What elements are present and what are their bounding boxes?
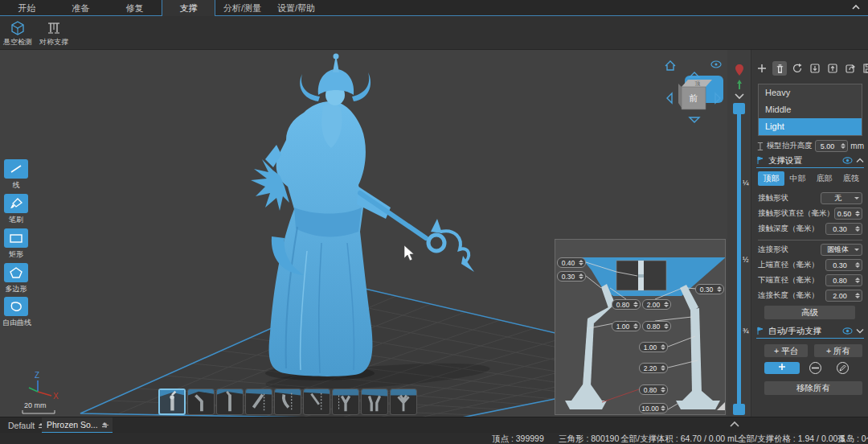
tab-middle[interactable]: 中部 [784,171,811,186]
clip-slider-handle-top[interactable] [733,103,745,114]
add-all-button[interactable]: + 所有 [814,344,862,357]
param-contact-depth: 接触深度（毫米） 0.30 [758,222,862,236]
inset-spinner-0[interactable]: 0.40 [557,257,586,268]
plate-tab-phrozen[interactable]: Phrozen So... [42,417,113,434]
lift-height-icon [756,142,764,151]
tool-brush[interactable]: 笔刷 [2,194,30,225]
lift-height-row: 模型抬升高度 5.00 mm [756,139,864,153]
support-style-6[interactable] [303,388,330,415]
lower-diameter-spinner[interactable]: 0.80 [825,274,862,286]
support-style-thumbnails [158,388,417,415]
connect-shape-dropdown[interactable]: 圆锥体 [821,244,862,256]
tool-freeform[interactable]: 自由曲线 [2,297,30,328]
inset-spinner-8[interactable]: 2.20 [639,363,668,373]
inset-spinner-3[interactable]: 0.80 [612,299,641,310]
freeform-tool-icon[interactable] [4,297,28,316]
clip-chevron-down-icon[interactable] [733,92,746,100]
add-preset-icon[interactable] [755,61,769,76]
param-connect-length: 连接长度（毫米） 2.00 [758,289,862,302]
overhang-detect-button[interactable]: 悬空检测 [0,18,35,49]
clip-slider-handle-bottom[interactable] [733,404,745,415]
menu-tab-prepare[interactable]: 准备 [54,0,108,16]
add-support-mode-button[interactable] [764,362,800,374]
support-style-5[interactable] [274,388,301,415]
tab-bottom[interactable]: 底部 [811,171,837,186]
upper-diameter-spinner[interactable]: 0.30 [825,259,862,271]
inset-spinner-7[interactable]: 1.00 [639,342,668,352]
remove-support-mode-button[interactable] [809,362,821,374]
export-all-presets-icon[interactable] [843,61,858,76]
inset-spinner-10[interactable]: 10.00 [639,403,668,413]
mouse-cursor [404,245,414,261]
panel-expand-chevron-icon[interactable] [728,421,741,429]
ribbon-collapse-chevron-icon[interactable] [850,2,862,13]
remove-all-button[interactable]: 移除所有 [764,381,862,395]
tool-rectangle[interactable]: 矩形 [2,228,30,260]
tab-top[interactable]: 顶部 [758,171,784,186]
tool-line[interactable]: 线 [2,159,30,191]
contact-depth-spinner[interactable]: 0.30 [825,223,862,235]
polygon-tool-icon[interactable] [4,263,28,282]
param-label: 接触深度（毫米） [758,224,825,234]
preset-light[interactable]: Light [759,118,862,135]
symmetric-support-button[interactable]: 对称支撑 [36,18,72,49]
support-settings-icon [756,156,765,165]
add-plate-tab-button[interactable]: + [103,417,109,434]
support-profile-inset[interactable]: 0.40 0.30 0.30 0.80 2.00 1.00 0.80 1.00 … [555,239,726,415]
inset-spinner-4[interactable]: 2.00 [642,299,671,310]
delete-preset-icon[interactable] [772,61,787,76]
connect-length-spinner[interactable]: 2.00 [825,290,862,302]
advanced-button[interactable]: 高级 [764,306,855,319]
inset-spinner-5[interactable]: 1.00 [612,321,641,331]
support-style-2[interactable] [187,388,215,415]
red-pin-icon[interactable] [732,63,747,77]
inset-spinner-2[interactable]: 0.30 [695,284,724,294]
green-pin-icon[interactable] [735,79,744,90]
manual-support-title: 自动/手动支撑 [768,326,839,337]
menu-tab-support[interactable]: 支撑 [162,0,215,16]
line-tool-icon[interactable] [4,159,28,179]
menu-tab-repair[interactable]: 修复 [108,0,162,16]
edit-support-mode-button[interactable] [837,362,849,374]
viewport-3d[interactable]: Z X 线 笔刷 [0,50,727,417]
manual-collapse-chevron-icon[interactable] [856,328,864,334]
menu-tab-settings[interactable]: 设置/帮助 [269,0,323,16]
stat-islands: 孤岛0个 [837,434,868,444]
import-preset-icon[interactable] [808,61,822,76]
lift-height-spinner[interactable]: 5.00 [815,140,848,152]
save-preset-icon[interactable] [861,61,868,76]
support-style-1[interactable] [158,388,186,415]
preset-middle[interactable]: Middle [759,101,862,118]
home-view-icon[interactable] [665,61,675,70]
preset-actions [755,61,868,76]
inset-spinner-9[interactable]: 0.80 [639,384,668,395]
support-style-3[interactable] [216,388,244,415]
clip-mark-half: ½ [743,256,749,264]
tab-raft[interactable]: 底筏 [837,171,864,186]
view-visibility-icon[interactable] [711,61,721,68]
support-collapse-chevron-icon[interactable] [856,158,864,163]
tool-polygon-label: 多边形 [2,284,30,294]
reset-preset-icon[interactable] [790,61,805,76]
support-visibility-eye-icon[interactable] [842,157,853,164]
clip-slider-track[interactable] [737,114,741,405]
contact-diameter-spinner[interactable]: 0.50 [834,208,862,220]
inset-spinner-1[interactable]: 0.30 [557,271,586,282]
menu-tab-analysis[interactable]: 分析/测量 [215,0,269,16]
support-style-4[interactable] [245,388,272,415]
contact-shape-dropdown[interactable]: 无 [821,192,862,204]
rotate-left-arrow[interactable] [667,93,672,103]
inset-spinner-6[interactable]: 0.80 [642,321,671,331]
support-style-7[interactable] [332,388,359,415]
rectangle-tool-icon[interactable] [4,228,28,248]
tool-polygon[interactable]: 多边形 [2,263,30,294]
export-preset-icon[interactable] [825,61,840,76]
preset-heavy[interactable]: Heavy [759,84,862,101]
support-style-8[interactable] [361,388,388,415]
support-style-9[interactable] [390,388,417,415]
add-platform-button[interactable]: + 平台 [764,344,808,357]
rotate-down-arrow[interactable] [690,117,699,122]
brush-tool-icon[interactable] [4,194,28,213]
menu-tab-start[interactable]: 开始 [0,0,54,16]
manual-visibility-eye-icon[interactable] [842,327,853,335]
